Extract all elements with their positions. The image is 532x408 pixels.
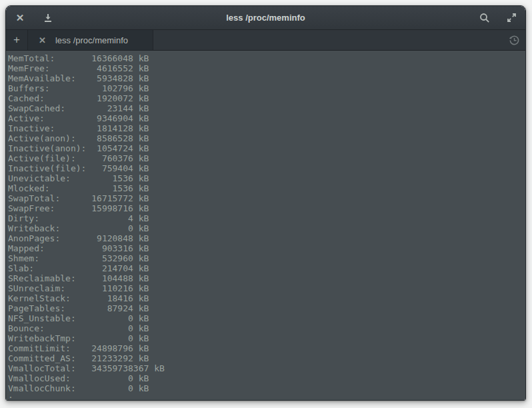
tab-less-proc-meminfo[interactable]: ✕ less /proc/meminfo: [28, 30, 153, 50]
meminfo-line: Dirty: 4 kB: [8, 213, 525, 223]
meminfo-line: Inactive: 1814128 kB: [8, 123, 525, 133]
download-button[interactable]: [42, 12, 54, 24]
meminfo-line: PageTables: 87924 kB: [8, 303, 525, 313]
meminfo-line: Active(anon): 8586528 kB: [8, 133, 525, 143]
meminfo-line: VmallocUsed: 0 kB: [8, 373, 525, 383]
meminfo-line: AnonPages: 9120848 kB: [8, 233, 525, 243]
meminfo-line: Inactive(anon): 1054724 kB: [8, 143, 525, 153]
plus-icon: +: [13, 33, 20, 47]
tabbar: + ✕ less /proc/meminfo: [6, 30, 525, 51]
meminfo-line: Active: 9346904 kB: [8, 113, 525, 123]
meminfo-line: Shmem: 532960 kB: [8, 253, 525, 263]
search-icon: [479, 13, 490, 23]
meminfo-line: Writeback: 0 kB: [8, 223, 525, 233]
meminfo-line: Mapped: 903316 kB: [8, 243, 525, 253]
tab-label: less /proc/meminfo: [55, 35, 128, 45]
terminal-screen[interactable]: MemTotal: 16366048 kBMemFree: 4616552 kB…: [6, 51, 525, 400]
meminfo-line: Slab: 214704 kB: [8, 263, 525, 273]
less-prompt: :: [8, 393, 525, 400]
meminfo-line: MemAvailable: 5934828 kB: [8, 73, 525, 83]
tab-close-icon[interactable]: ✕: [39, 36, 46, 45]
meminfo-line: SReclaimable: 104488 kB: [8, 273, 525, 283]
meminfo-line: WritebackTmp: 0 kB: [8, 333, 525, 343]
history-button[interactable]: [503, 30, 525, 50]
window-title: less /proc/meminfo: [6, 13, 525, 23]
meminfo-line: CommitLimit: 24898796 kB: [8, 343, 525, 353]
meminfo-line: VmallocChunk: 0 kB: [8, 383, 525, 393]
new-tab-button[interactable]: +: [6, 30, 28, 50]
meminfo-line: NFS_Unstable: 0 kB: [8, 313, 525, 323]
meminfo-line: Inactive(file): 759404 kB: [8, 163, 525, 173]
terminal-window: ✕ less /proc/meminfo: [5, 5, 526, 401]
tabbar-spacer: [153, 30, 503, 50]
meminfo-line: MemTotal: 16366048 kB: [8, 53, 525, 63]
meminfo-line: SwapCached: 23144 kB: [8, 103, 525, 113]
meminfo-line: Active(file): 760376 kB: [8, 153, 525, 163]
meminfo-line: Cached: 1920072 kB: [8, 93, 525, 103]
history-icon: [509, 35, 520, 46]
fullscreen-button[interactable]: [505, 12, 517, 24]
meminfo-line: Buffers: 102796 kB: [8, 83, 525, 93]
meminfo-line: Bounce: 0 kB: [8, 323, 525, 333]
meminfo-line: MemFree: 4616552 kB: [8, 63, 525, 73]
meminfo-line: SwapTotal: 16715772 kB: [8, 193, 525, 203]
meminfo-line: Unevictable: 1536 kB: [8, 173, 525, 183]
meminfo-line: Mlocked: 1536 kB: [8, 183, 525, 193]
meminfo-line: Committed_AS: 21233292 kB: [8, 353, 525, 363]
fullscreen-icon: [507, 13, 517, 23]
meminfo-line: VmallocTotal: 34359738367 kB: [8, 363, 525, 373]
search-button[interactable]: [479, 12, 491, 24]
meminfo-line: KernelStack: 18416 kB: [8, 293, 525, 303]
titlebar[interactable]: ✕ less /proc/meminfo: [6, 6, 525, 30]
meminfo-line: SUnreclaim: 110216 kB: [8, 283, 525, 293]
download-icon: [43, 13, 53, 23]
close-window-button[interactable]: ✕: [14, 12, 26, 24]
close-icon: ✕: [16, 13, 25, 23]
terminal-output: MemTotal: 16366048 kBMemFree: 4616552 kB…: [8, 53, 525, 393]
meminfo-line: SwapFree: 15998716 kB: [8, 203, 525, 213]
